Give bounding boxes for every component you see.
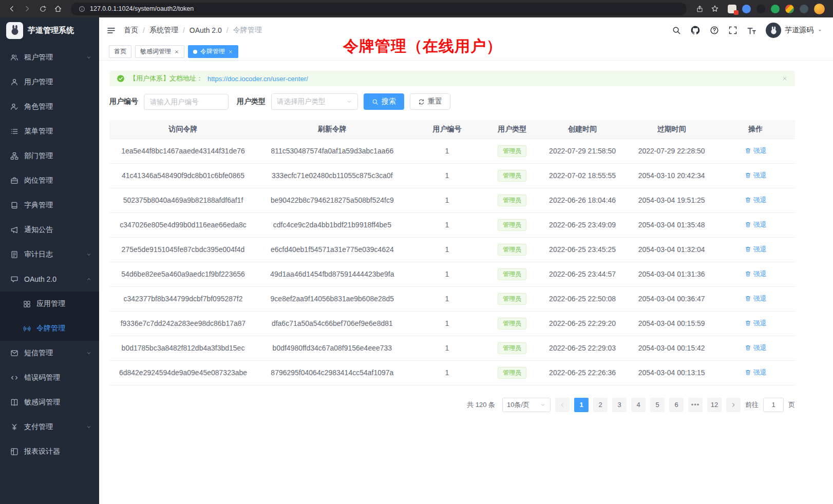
sidebar-item-dict[interactable]: 字典管理 [0,193,99,218]
chevron-down-icon [540,402,546,408]
close-icon[interactable] [228,49,233,54]
user-type-tag: 管理员 [498,367,526,379]
extension-icon[interactable] [771,5,780,13]
sidebar-item-oauth2-token[interactable]: 令牌管理 [0,316,99,341]
force-logout-button[interactable]: 强退 [745,245,767,254]
trash-icon [745,246,751,253]
page-button-4[interactable]: 4 [631,398,646,412]
force-logout-button[interactable]: 强退 [745,171,767,180]
doc-link[interactable]: https://doc.iocoder.cn/user-center/ [207,75,308,83]
user-id-input[interactable] [144,94,229,110]
user-type-label: 用户类型 [237,97,266,106]
trash-icon [745,197,751,203]
tab-sensitive-word[interactable]: 敏感词管理 [135,45,184,58]
breadcrumb-separator: / [183,26,185,34]
next-page-button[interactable] [726,398,741,412]
cell-user-id: 1 [408,212,487,237]
page-button-5[interactable]: 5 [650,398,665,412]
sidebar-item-sensitive-word[interactable]: 敏感词管理 [0,390,99,415]
page-button-2[interactable]: 2 [593,398,608,412]
force-logout-button[interactable]: 强退 [745,146,767,156]
cell-refresh-token: 8796295f04064c2983414cc54af1097a [257,360,408,385]
sidebar-item-report-designer[interactable]: 报表设计器 [0,439,99,464]
more-pages-button[interactable]: ••• [688,398,703,412]
sidebar-item-error-code[interactable]: 错误码管理 [0,365,99,390]
browser-address-bar[interactable]: 127.0.0.1:1024/system/oauth2/token [71,3,687,15]
user-type-tag: 管理员 [498,342,526,354]
force-logout-button[interactable]: 强退 [745,343,767,353]
close-icon[interactable] [174,49,179,54]
sidebar-item-sms[interactable]: 短信管理 [0,341,99,365]
help-icon[interactable] [710,26,719,35]
force-logout-button[interactable]: 强退 [745,319,767,328]
extension-icon[interactable] [756,5,765,13]
user-type-select[interactable]: 请选择用户类型 [271,93,358,110]
search-icon[interactable] [672,26,681,35]
table-row: c342377bf8b344799dcbf7bf095287f29ce8ef2a… [109,286,795,311]
bookmark-star-icon[interactable] [708,2,722,15]
browser-forward-button[interactable] [21,2,34,15]
sidebar-item-user[interactable]: 用户管理 [0,70,99,94]
sidebar-item-post[interactable]: 岗位管理 [0,168,99,193]
force-logout-button[interactable]: 强退 [745,294,767,303]
table-row: 6d842e2924594de9a09e45e087323abe8796295f… [109,360,795,385]
extension-icon[interactable] [785,5,794,13]
browser-profile-avatar[interactable] [814,4,825,14]
page-button-1[interactable]: 1 [574,398,589,412]
cell-user-type: 管理员 [486,262,538,286]
breadcrumb-item[interactable]: OAuth 2.0 [190,26,222,34]
page-button-12[interactable]: 12 [707,398,722,412]
page-button-6[interactable]: 6 [669,398,684,412]
extension-icon[interactable] [800,5,808,13]
breadcrumb-item[interactable]: 系统管理 [149,26,178,35]
force-logout-label: 强退 [753,196,767,205]
collapse-sidebar-button[interactable] [106,26,116,35]
share-icon[interactable] [693,2,706,15]
user-menu[interactable]: 芋道源码 [766,23,823,38]
cell-created-time: 2022-06-25 22:29:03 [538,336,627,360]
breadcrumb-item[interactable]: 首页 [124,26,138,35]
sidebar-item-pay[interactable]: 支付管理 [0,415,99,439]
tab-token[interactable]: 令牌管理 [188,45,238,58]
browser-home-button[interactable] [51,2,65,15]
user-avatar [766,23,781,38]
page-size-select[interactable]: 10条/页 [502,398,551,412]
user-type-tag: 管理员 [498,268,526,280]
reset-button[interactable]: 重置 [410,93,450,110]
close-icon[interactable] [782,75,788,82]
extension-icon[interactable] [742,5,751,13]
tab-label: 敏感词管理 [140,47,171,56]
prev-page-button[interactable] [555,398,570,412]
cell-created-time: 2022-06-25 23:45:25 [538,237,627,262]
cell-refresh-token: 9ce8ef2aa9f14056b831ae9b608e28d5 [257,286,408,311]
site-info-icon[interactable] [77,4,86,13]
sidebar-item-notice[interactable]: 通知公告 [0,218,99,242]
force-logout-button[interactable]: 强退 [745,220,767,229]
sidebar-item-role[interactable]: 角色管理 [0,94,99,119]
sidebar-item-audit-log[interactable]: 审计日志 [0,242,99,267]
sidebar-item-oauth2[interactable]: OAuth 2.0 [0,267,99,292]
table-row: 41c41346a548490f9dc8b01c6bfe0865333ecfc7… [109,163,795,188]
cell-expire-time: 2054-03-04 00:36:47 [627,286,716,311]
sidebar-item-dept[interactable]: 部门管理 [0,144,99,168]
page-button-3[interactable]: 3 [612,398,627,412]
fullscreen-icon[interactable] [728,26,737,35]
github-icon[interactable] [690,25,701,35]
tab-home[interactable]: 首页 [109,45,131,58]
browser-back-button[interactable] [5,2,18,15]
sidebar-item-menu[interactable]: 菜单管理 [0,119,99,144]
sidebar-item-tenant[interactable]: 租户管理 [0,45,99,70]
force-logout-button[interactable]: 强退 [745,269,767,279]
sidebar-item-oauth2-app[interactable]: 应用管理 [0,292,99,316]
extension-icon[interactable] [728,5,736,13]
app-logo-row[interactable]: 芋道管理系统 [0,17,99,43]
browser-reload-button[interactable] [36,2,49,15]
search-button[interactable]: 搜索 [364,93,404,110]
font-size-icon[interactable] [747,26,756,35]
force-logout-button[interactable]: 强退 [745,368,767,377]
goto-page-input[interactable] [763,398,784,412]
force-logout-button[interactable]: 强退 [745,196,767,205]
tab-bar: 首页敏感词管理令牌管理 [99,43,833,61]
breadcrumb: 首页/系统管理/OAuth 2.0/令牌管理 [124,26,262,35]
cell-user-id: 1 [408,286,487,311]
